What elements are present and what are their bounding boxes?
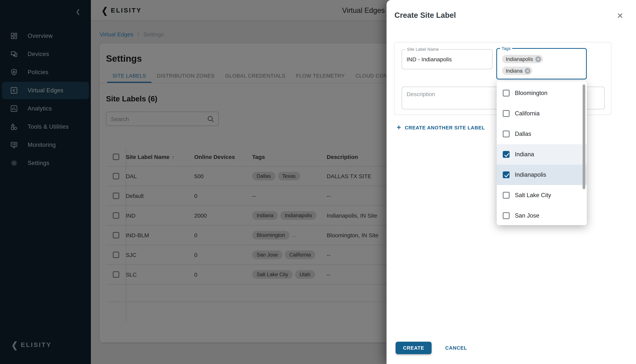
tag-option-label: Salt Lake City xyxy=(515,192,551,199)
checkbox-unchecked-icon[interactable] xyxy=(503,90,509,96)
modal-title: Create Site Label xyxy=(394,11,456,20)
remove-circle-icon[interactable]: ✕ xyxy=(525,68,530,74)
cancel-button[interactable]: CANCEL xyxy=(445,345,467,351)
create-another-site-label-button[interactable]: + CREATE ANOTHER SITE LABEL xyxy=(397,123,485,132)
checkbox-checked-icon[interactable] xyxy=(503,151,509,158)
selected-tag-chip-indiana: Indiana✕ xyxy=(502,66,532,75)
create-site-label-modal: Create Site Label ✕ Site Label Name IND … xyxy=(386,0,636,364)
checkbox-checked-icon[interactable] xyxy=(503,172,509,178)
create-button[interactable]: CREATE xyxy=(396,342,432,354)
create-another-label: CREATE ANOTHER SITE LABEL xyxy=(405,125,485,130)
tag-option-label: Bloomington xyxy=(515,90,547,96)
tag-option-label: San Jose xyxy=(515,212,539,219)
tag-option-california[interactable]: California xyxy=(497,103,587,124)
tag-option-label: Indianapolis xyxy=(515,172,546,178)
tag-option-salt-lake-city[interactable]: Salt Lake City xyxy=(497,185,587,206)
modal-actions: CREATE CANCEL xyxy=(396,342,467,354)
tag-option-label: Dallas xyxy=(515,130,531,137)
checkbox-unchecked-icon[interactable] xyxy=(503,110,509,117)
checkbox-unchecked-icon[interactable] xyxy=(503,130,509,137)
tag-option-san-jose[interactable]: San Jose xyxy=(497,206,587,225)
chip-label: Indianapolis xyxy=(506,56,533,62)
tag-option-indiana[interactable]: Indiana xyxy=(497,144,587,164)
tags-field[interactable]: Tags Indianapolis✕Indiana✕ xyxy=(496,48,587,80)
close-icon[interactable]: ✕ xyxy=(615,11,625,20)
tags-option-list: BloomingtonCaliforniaDallasIndianaIndian… xyxy=(497,83,587,225)
tag-option-dallas[interactable]: Dallas xyxy=(497,124,587,144)
checkbox-unchecked-icon[interactable] xyxy=(503,192,509,199)
site-label-name-field[interactable]: Site Label Name IND - Indianapolis xyxy=(402,49,492,69)
chip-label: Indiana xyxy=(506,68,523,74)
checkbox-unchecked-icon[interactable] xyxy=(503,212,509,219)
description-placeholder: Description xyxy=(407,91,435,97)
app-root: ❮ OverviewDevicesPoliciesVirtual EdgesAn… xyxy=(0,0,636,364)
tag-option-label: Indiana xyxy=(515,151,534,158)
remove-circle-icon[interactable]: ✕ xyxy=(535,56,541,62)
site-label-name-value: IND - Indianapolis xyxy=(407,50,452,69)
selected-tag-chip-indianapolis: Indianapolis✕ xyxy=(502,55,543,63)
tag-option-indianapolis[interactable]: Indianapolis xyxy=(497,164,587,185)
plus-icon: + xyxy=(397,123,401,132)
tags-field-label: Tags xyxy=(500,46,512,51)
tag-option-bloomington[interactable]: Bloomington xyxy=(497,83,587,103)
tag-option-label: California xyxy=(515,110,540,117)
tags-dropdown: BloomingtonCaliforniaDallasIndianaIndian… xyxy=(497,81,587,225)
dropdown-scrollbar[interactable] xyxy=(583,84,585,189)
